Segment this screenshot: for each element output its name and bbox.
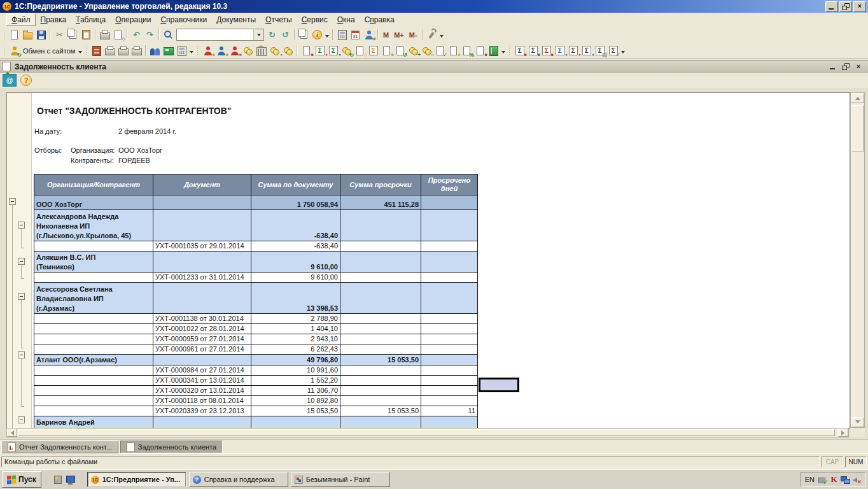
cell-overdue[interactable] [340, 314, 421, 324]
cell-days[interactable] [421, 344, 478, 355]
cell-counterparty[interactable] [34, 334, 153, 344]
cell-counterparty[interactable] [34, 406, 153, 416]
money-transfer-icon[interactable]: ↻ [340, 44, 353, 57]
column-header[interactable]: Просрочено дней [421, 174, 478, 195]
buyer-invoice-icon[interactable]: ● [300, 44, 313, 57]
site-exchange-icon[interactable]: ↻ [8, 44, 21, 57]
vertical-scroll-thumb[interactable] [851, 105, 864, 152]
cell-counterparty[interactable] [34, 344, 153, 355]
cell-days[interactable] [421, 283, 478, 314]
cell-counterparty[interactable]: ООО ХозТорг [34, 195, 153, 210]
summary-check-icon[interactable]: Σ✓ [606, 44, 620, 57]
cell-overdue[interactable]: 15 053,50 [340, 406, 421, 416]
cell-document[interactable] [153, 416, 251, 430]
cell-document[interactable] [153, 283, 251, 314]
document-approve-icon[interactable]: ✓ [433, 44, 447, 57]
horizontal-scrollbar[interactable] [6, 428, 849, 437]
cell-counterparty[interactable] [34, 365, 153, 376]
cell-document[interactable] [153, 210, 251, 241]
spreadsheet-viewport[interactable]: Отчет "ЗАДОЛЖЕННОСТЬ КОНТРАГЕНТОВ" На да… [6, 92, 850, 429]
horizontal-scroll-thumb[interactable] [18, 429, 835, 436]
counterparties-icon[interactable] [148, 44, 162, 57]
mdi-minimize-button[interactable] [829, 62, 837, 71]
debt-report-table[interactable]: Организация/КонтрагентДокументСумма по д… [34, 174, 478, 429]
payment-order-icon[interactable]: ▪ [268, 44, 281, 57]
turnover-balance-icon[interactable]: Σ▪ [580, 44, 593, 57]
cell-amount[interactable]: -638,40 [251, 210, 340, 241]
turnover-statement-icon[interactable]: Σ▪ [553, 44, 566, 57]
find-previous-icon[interactable]: ↺ [279, 28, 292, 41]
customer-invoice-icon[interactable]: ● [228, 44, 241, 57]
quick-launch-display-icon[interactable] [66, 474, 76, 485]
site-exchange-button[interactable]: Обмен с сайтом [21, 47, 77, 55]
cell-amount[interactable]: 1 750 058,94 [251, 195, 340, 210]
cell-counterparty[interactable]: Алякшин В.С. ИП (Темников) [34, 252, 153, 273]
cell-document[interactable]: УХТ-0000341 от 13.01.2014 [153, 376, 251, 386]
cash-register-icon[interactable] [162, 44, 175, 57]
column-header[interactable]: Сумма просрочки [340, 174, 421, 195]
collapse-group-button[interactable] [18, 258, 25, 265]
cell-amount[interactable]: 1 552,20 [251, 376, 340, 386]
cell-days[interactable] [421, 355, 478, 365]
menu-файл[interactable]: Файл [6, 13, 36, 26]
cell-overdue[interactable] [340, 241, 421, 252]
collapse-group-button[interactable] [18, 416, 25, 423]
find-next-icon[interactable]: ↻ [265, 28, 279, 41]
cell-document[interactable]: УХТ-0020339 от 23.12.2013 [153, 406, 251, 416]
paste-icon[interactable] [80, 28, 93, 41]
user-rights-icon[interactable]: ● [362, 28, 375, 41]
bank-statement-icon[interactable] [255, 44, 268, 57]
cell-counterparty[interactable] [34, 376, 153, 386]
document-return-icon[interactable]: ↺ [393, 44, 407, 57]
open-file-icon[interactable] [21, 28, 34, 41]
cell-overdue[interactable] [340, 376, 421, 386]
menu-сервис[interactable]: Сервис [297, 14, 332, 25]
cell-overdue[interactable] [340, 210, 421, 241]
menu-справочники[interactable]: Справочники [156, 14, 211, 25]
scroll-right-button[interactable] [838, 429, 848, 437]
discount-percent-icon[interactable]: % [460, 44, 473, 57]
language-indicator[interactable]: EN [805, 476, 815, 483]
scroll-left-button[interactable] [7, 429, 17, 437]
network-status-icon[interactable] [841, 475, 850, 485]
summary-customers-icon[interactable]: Σ● [513, 44, 526, 57]
customer-order-icon[interactable]: ● [201, 44, 214, 57]
calendar-icon[interactable]: 31 [349, 28, 362, 41]
cell-document[interactable] [153, 252, 251, 273]
cell-overdue[interactable] [340, 334, 421, 344]
menu-документы[interactable]: Документы [212, 14, 260, 25]
cell-days[interactable] [421, 210, 478, 241]
dropdown-caret-icon[interactable] [620, 44, 626, 58]
cell-document[interactable]: УХТ-0000320 от 13.01.2014 [153, 386, 251, 396]
collapse-group-button[interactable] [9, 198, 16, 205]
cell-counterparty[interactable] [34, 396, 153, 406]
vertical-scrollbar[interactable] [850, 92, 865, 428]
cell-overdue[interactable] [340, 365, 421, 376]
cell-counterparty[interactable] [34, 386, 153, 396]
restore-button[interactable] [839, 1, 852, 12]
cell-document[interactable]: УХТ-0000984 от 27.01.2014 [153, 365, 251, 376]
cut-icon[interactable]: ✂ [53, 28, 66, 41]
cell-overdue[interactable] [340, 252, 421, 273]
cell-days[interactable]: 11 [421, 406, 478, 416]
documents-journal-icon[interactable] [90, 44, 103, 57]
cell-days[interactable] [421, 416, 478, 430]
cell-days[interactable] [421, 252, 478, 273]
print-invoice-icon[interactable] [103, 44, 116, 57]
calculator-icon[interactable] [335, 28, 349, 41]
print-preview-icon[interactable]: ○ [111, 28, 125, 41]
print-icon[interactable] [98, 28, 111, 41]
start-button[interactable]: Пуск [2, 471, 41, 488]
dropdown-caret-icon[interactable] [188, 44, 195, 58]
cell-amount[interactable]: 1 404,10 [251, 324, 340, 334]
find-icon[interactable] [162, 28, 175, 41]
cell-document[interactable]: УХТ-0001022 от 28.01.2014 [153, 324, 251, 334]
cell-document[interactable] [153, 355, 251, 365]
taskbar-app-2[interactable]: Безымянный - Paint [291, 472, 390, 487]
cell-days[interactable] [421, 396, 478, 406]
cell-days[interactable] [421, 376, 478, 386]
dropdown-caret-icon[interactable] [500, 44, 507, 58]
cell-document[interactable]: УХТ-0001138 от 30.01.2014 [153, 314, 251, 324]
cash-documents-icon[interactable] [281, 44, 295, 57]
print-forms-icon[interactable] [130, 44, 143, 57]
